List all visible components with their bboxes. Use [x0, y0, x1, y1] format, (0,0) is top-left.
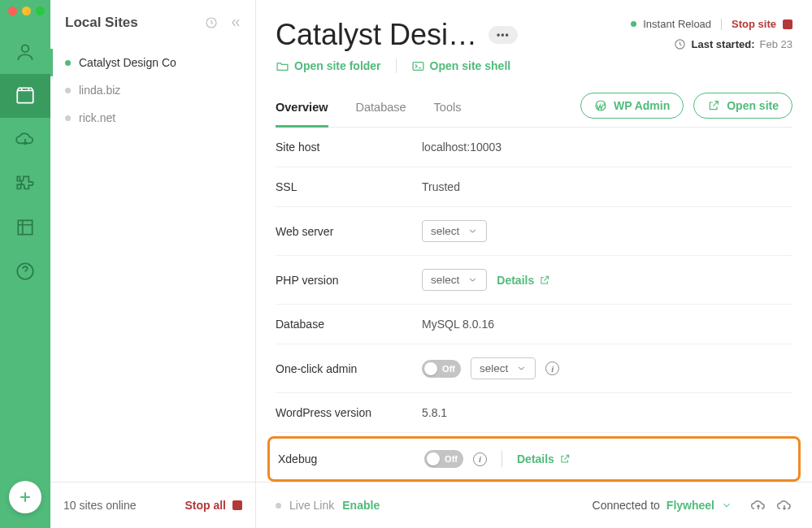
cloud-push-icon[interactable]: [750, 497, 766, 513]
row-ssl: SSL Trusted: [276, 167, 792, 207]
external-link-icon: [559, 453, 571, 465]
help-icon: [15, 261, 36, 282]
site-menu-button[interactable]: •••: [489, 26, 518, 44]
clock-icon: [674, 38, 686, 50]
site-title: Catalyst Desi…: [276, 18, 477, 52]
one-click-toggle[interactable]: Off: [422, 360, 461, 378]
chevron-down-icon: [516, 363, 527, 374]
collapse-icon[interactable]: [229, 16, 242, 29]
row-web-server: Web server select: [276, 207, 792, 256]
status-dot-icon: [65, 115, 71, 121]
stop-all-button[interactable]: Stop all: [185, 499, 242, 512]
external-link-icon: [707, 99, 720, 112]
sidebar-item-label: Catalyst Design Co: [79, 56, 176, 69]
site-list: Catalyst Design Co linda.biz rick.net: [50, 49, 255, 482]
row-php-version: PHP version select Details: [276, 256, 792, 305]
wp-version-value: 5.8.1: [422, 406, 447, 419]
rail-addons[interactable]: [0, 162, 50, 206]
one-click-select[interactable]: select: [471, 357, 536, 379]
terminal-icon: [411, 59, 425, 73]
chevron-down-icon: [467, 226, 478, 236]
svg-rect-1: [17, 91, 33, 103]
enable-live-link-button[interactable]: Enable: [342, 499, 380, 512]
rail-connect[interactable]: [0, 118, 50, 162]
close-window[interactable]: [8, 6, 17, 15]
stop-icon: [783, 19, 792, 29]
sidebar-item-catalyst[interactable]: Catalyst Design Co: [50, 49, 255, 76]
sidebar-item-label: linda.biz: [79, 84, 120, 97]
connected-host[interactable]: Flywheel: [667, 499, 714, 512]
row-wordpress-version: WordPress version 5.8.1: [276, 393, 792, 433]
ssl-value: Trusted: [422, 180, 460, 193]
svg-rect-6: [413, 62, 423, 70]
php-details-link[interactable]: Details: [497, 274, 550, 287]
tab-tools[interactable]: Tools: [434, 93, 462, 127]
folder-icon: [276, 59, 289, 73]
web-server-select[interactable]: select: [422, 220, 487, 242]
chevron-down-icon: [467, 275, 478, 285]
sites-icon: [15, 85, 36, 106]
site-host-value: localhost:10003: [422, 141, 502, 154]
puzzle-icon: [15, 173, 36, 194]
sidebar-item-rick[interactable]: rick.net: [50, 104, 255, 132]
chevron-down-icon[interactable]: [721, 500, 732, 511]
database-value: MySQL 8.0.16: [422, 318, 494, 331]
nav-rail: [0, 0, 50, 528]
xdebug-details-link[interactable]: Details: [517, 452, 571, 465]
live-link: Live Link Enable: [276, 499, 380, 512]
sidebar-title: Local Sites: [65, 15, 138, 31]
tab-database[interactable]: Database: [356, 93, 406, 127]
rail-sites[interactable]: [0, 74, 50, 118]
status-dot-icon: [631, 21, 636, 27]
open-site-folder-button[interactable]: Open site folder: [276, 59, 381, 73]
info-icon[interactable]: i: [545, 361, 559, 375]
last-started: Last started: Feb 23: [631, 38, 792, 50]
cloud-pull-icon[interactable]: [776, 497, 792, 513]
stop-icon: [232, 500, 242, 510]
rail-help[interactable]: [0, 249, 50, 293]
main-panel: Catalyst Desi… ••• Instant Reload Stop s…: [256, 0, 812, 528]
open-site-button[interactable]: Open site: [693, 93, 792, 119]
window-controls: [8, 6, 45, 15]
rail-blueprints[interactable]: [0, 206, 50, 249]
cloud-download-icon: [15, 129, 36, 150]
wordpress-icon: [594, 99, 607, 112]
row-database: Database MySQL 8.0.16: [276, 305, 792, 344]
external-link-icon: [539, 275, 550, 286]
rail-account[interactable]: [0, 30, 50, 74]
connected-label: Connected to: [593, 499, 660, 512]
plus-icon: [17, 489, 33, 505]
add-site-button[interactable]: [9, 481, 41, 513]
sidebar-item-label: rick.net: [79, 111, 115, 124]
row-one-click-admin: One-click admin Off select i: [276, 344, 792, 393]
php-version-select[interactable]: select: [422, 269, 487, 291]
tab-overview[interactable]: Overview: [276, 93, 328, 128]
sidebar: Local Sites Catalyst Design Co linda.biz…: [50, 0, 256, 528]
stop-site-button[interactable]: Stop site: [732, 18, 792, 30]
info-icon[interactable]: i: [473, 452, 487, 466]
sites-online-count: 10 sites online: [63, 499, 137, 512]
row-xdebug: Xdebug Off i Details: [267, 436, 801, 482]
instant-reload-label: Instant Reload: [643, 18, 711, 30]
maximize-window[interactable]: [36, 6, 45, 15]
svg-point-0: [22, 45, 29, 52]
xdebug-toggle[interactable]: Off: [424, 450, 463, 468]
wp-admin-button[interactable]: WP Admin: [580, 93, 684, 119]
status-dot-icon: [65, 88, 71, 93]
sidebar-item-linda[interactable]: linda.biz: [50, 76, 255, 104]
minimize-window[interactable]: [22, 6, 31, 15]
user-icon: [15, 41, 36, 63]
row-site-host: Site host localhost:10003: [276, 128, 792, 167]
clock-icon[interactable]: [205, 16, 218, 29]
open-site-shell-button[interactable]: Open site shell: [411, 59, 511, 73]
status-dot-icon: [276, 503, 281, 509]
blueprint-icon: [15, 217, 36, 238]
status-dot-icon: [65, 60, 71, 66]
svg-rect-2: [18, 220, 32, 234]
